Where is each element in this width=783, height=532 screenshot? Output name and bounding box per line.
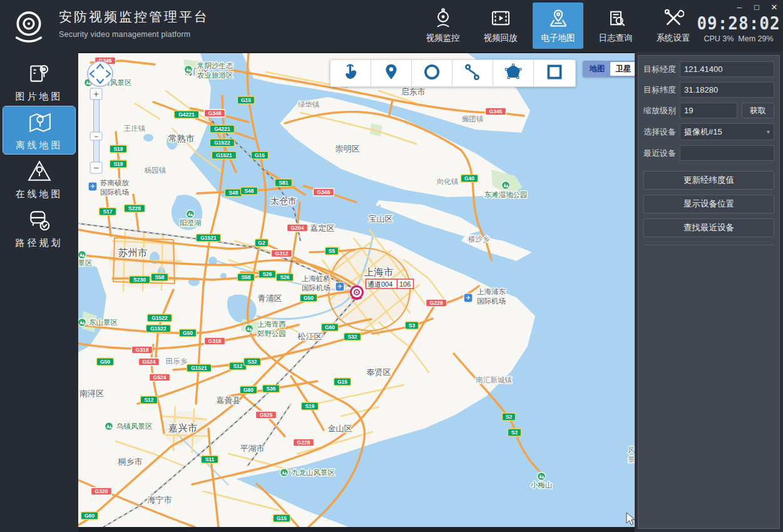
svg-text:农业旅游区: 农业旅游区 [197, 71, 233, 79]
layer-satellite-button[interactable]: 卫星 [610, 62, 635, 76]
road-badge: S3 [406, 322, 419, 329]
svg-text:G312: G312 [275, 250, 289, 257]
polygon-icon [503, 62, 523, 84]
clock-time: 09:28:02 [697, 13, 780, 34]
road-badge: S19 [110, 145, 127, 153]
svg-text:小梅山: 小梅山 [531, 481, 553, 489]
road-badge: G345 [486, 108, 506, 115]
map-pin-icon [548, 8, 569, 31]
map-label: 启东市 [401, 87, 426, 96]
circle-icon [422, 62, 442, 84]
device-select[interactable]: 摄像机#15 ▾ [680, 123, 774, 140]
road-badge: G2 [255, 239, 269, 247]
sidebar-item-online-map[interactable]: 在线地图 [3, 155, 76, 203]
road-badge: G60 [240, 386, 257, 394]
map-label: 崇明区 [335, 144, 360, 153]
svg-text:上海虹桥: 上海虹桥 [302, 275, 330, 282]
svg-text:S36: S36 [266, 386, 275, 392]
zoom-slider-handle[interactable]: − [94, 132, 98, 141]
target-longitude-input[interactable] [680, 61, 774, 77]
road-badge: S11 [202, 456, 218, 463]
svg-text:S19: S19 [305, 403, 314, 409]
nav-log-query[interactable]: 日志查询 [590, 3, 641, 49]
svg-text:郊野公园: 郊野公园 [257, 330, 286, 337]
minimize-button[interactable]: – [734, 3, 744, 12]
zoom-level-label: 缩放级别 [643, 105, 680, 116]
svg-text:S17: S17 [103, 208, 112, 215]
svg-text:田乐乡: 田乐乡 [166, 357, 188, 365]
svg-text:启东市: 启东市 [401, 87, 426, 96]
scenic-spot-icon [502, 182, 510, 190]
road-badge: G1521 [197, 234, 221, 242]
map-label: 平湖市 [240, 444, 265, 453]
sidebar-item-route-planning[interactable]: 路径规划 [3, 203, 76, 252]
layer-map-button[interactable]: 地图 [584, 62, 610, 76]
map-pan-control[interactable] [88, 61, 113, 86]
picture-map-icon [26, 60, 53, 88]
rectangle-icon [545, 62, 565, 84]
chevron-down-icon: ▾ [767, 128, 770, 135]
zoom-in-button[interactable]: + [93, 89, 98, 99]
target-latitude-input[interactable] [680, 82, 774, 98]
svg-text:✈: ✈ [337, 283, 342, 290]
circle-tool-button[interactable] [412, 60, 453, 86]
nav-e-map[interactable]: 电子地图 [533, 3, 583, 49]
pan-tool-button[interactable] [330, 60, 371, 86]
rectangle-tool-button[interactable] [534, 60, 575, 86]
zoom-level-input[interactable] [680, 103, 737, 118]
road-badge: G15 [252, 151, 269, 159]
polyline-tool-button[interactable] [453, 60, 493, 86]
svg-text:✈: ✈ [466, 294, 471, 301]
svg-text:S19: S19 [113, 146, 123, 152]
nearest-device-input[interactable] [680, 145, 774, 161]
svg-text:G318: G318 [208, 338, 222, 344]
svg-text:✈: ✈ [90, 183, 95, 190]
road-badge: S19 [302, 402, 319, 410]
device-marker[interactable] [351, 287, 363, 300]
svg-text:嘉兴市: 嘉兴市 [168, 422, 198, 433]
map-canvas[interactable]: G346G15G4221G346G4221G1522G1521G15G345G4… [78, 53, 635, 527]
svg-text:S58: S58 [241, 274, 250, 280]
coordinate-panel: 目标经度 目标纬度 缩放级别 获取 选择设备 摄像机#15 ▾ 最近设备 更新经… [638, 55, 780, 529]
show-device-position-button[interactable]: 显示设备位置 [643, 195, 774, 213]
sidebar-item-picture-map[interactable]: 图片地图 [3, 57, 76, 106]
map-label: 上海市 [364, 267, 394, 277]
update-coordinates-button[interactable]: 更新经纬度值 [643, 171, 774, 190]
get-button[interactable]: 获取 [742, 103, 774, 118]
road-badge: S17 [100, 208, 116, 215]
map-label: 癞团镇 [462, 115, 484, 123]
svg-text:S5: S5 [329, 248, 335, 254]
svg-text:苏州市: 苏州市 [118, 247, 148, 258]
road-badge: G1522 [210, 139, 235, 146]
map-label: 嘉善县 [217, 396, 241, 405]
maximize-button[interactable]: □ [752, 3, 762, 12]
road-badge: G40 [461, 175, 478, 182]
svg-text:G2: G2 [258, 240, 265, 246]
sidebar-item-offline-map[interactable]: 离线地图 [3, 106, 76, 155]
svg-text:G50: G50 [183, 330, 193, 336]
target-latitude-label: 目标纬度 [643, 84, 680, 96]
nav-system-settings[interactable]: 系统设置 [648, 3, 699, 49]
road-badge: G15 [238, 96, 255, 104]
window-controls: – □ ✕ [734, 3, 779, 12]
close-button[interactable]: ✕ [769, 3, 779, 12]
map-area[interactable]: G346G15G4221G346G4221G1522G1521G15G345G4… [78, 53, 635, 527]
camera-icon [432, 8, 454, 31]
road-badge: G524 [150, 374, 170, 381]
scenic-spot-icon [187, 210, 195, 218]
marker-tool-button[interactable] [371, 60, 412, 86]
scenic-spot-icon [78, 251, 86, 259]
svg-text:宝山区: 宝山区 [369, 214, 393, 223]
nav-video-monitor[interactable]: 视频监控 [417, 3, 468, 49]
nav-video-playback[interactable]: 视频回放 [475, 3, 526, 49]
svg-text:G60: G60 [325, 324, 335, 330]
svg-text:苏南硕放: 苏南硕放 [100, 179, 130, 187]
road-badge: G228 [426, 299, 447, 307]
svg-text:上海市: 上海市 [364, 267, 394, 277]
svg-text:风景区: 风景区 [78, 259, 93, 267]
find-nearest-device-button[interactable]: 查找最近设备 [643, 218, 774, 237]
road-badge: G50 [97, 358, 114, 366]
polygon-tool-button[interactable] [493, 60, 534, 86]
zoom-out-button[interactable]: − [93, 163, 98, 173]
svg-text:青浦区: 青浦区 [258, 294, 282, 303]
